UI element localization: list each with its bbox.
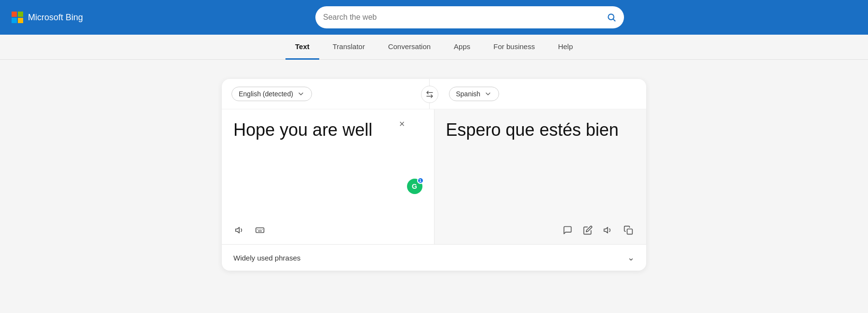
nav-item-translator[interactable]: Translator: [323, 35, 375, 60]
keyboard-input-button[interactable]: [252, 222, 268, 238]
chevron-down-icon: [297, 90, 305, 98]
listen-input-button[interactable]: [231, 222, 248, 238]
grammarly-notification: 1: [417, 177, 424, 184]
logo-text: Microsoft Bing: [28, 13, 83, 23]
source-lang-label: English (detected): [239, 90, 293, 98]
nav-item-for-business[interactable]: For business: [484, 35, 544, 60]
chevron-down-icon: [484, 90, 492, 98]
svg-rect-3: [256, 228, 264, 233]
lang-selector-bar: English (detected) Spanish: [222, 79, 646, 109]
edit-icon: [583, 225, 593, 235]
chat-icon: [563, 225, 572, 235]
phrases-chevron-icon: ⌄: [627, 252, 635, 263]
speaker-output-icon: [603, 225, 613, 235]
header: Microsoft Bing: [0, 0, 868, 35]
keyboard-icon: [255, 225, 265, 235]
output-panel: Espero que estés bien: [434, 109, 647, 244]
nav-item-text[interactable]: Text: [285, 35, 319, 60]
search-input[interactable]: [323, 13, 603, 22]
target-lang-dropdown[interactable]: Spanish: [449, 87, 500, 101]
microsoft-logo-icon: [12, 12, 23, 23]
edit-translation-button[interactable]: [580, 222, 596, 238]
swap-languages-button[interactable]: [421, 86, 438, 103]
input-text: Hope you are well: [233, 119, 422, 142]
target-lang-selector: Spanish: [430, 79, 647, 109]
nav-item-help[interactable]: Help: [548, 35, 583, 60]
nav-item-apps[interactable]: Apps: [444, 35, 480, 60]
search-button[interactable]: [607, 13, 616, 22]
speaker-icon: [235, 225, 244, 235]
widely-used-phrases-bar[interactable]: Widely used phrases ⌄: [222, 244, 646, 271]
nav-item-conversation[interactable]: Conversation: [379, 35, 440, 60]
phrases-label: Widely used phrases: [233, 254, 300, 262]
feedback-button[interactable]: [559, 222, 576, 238]
source-lang-dropdown[interactable]: English (detected): [231, 87, 312, 101]
output-text-area: Espero que estés bien: [434, 109, 647, 218]
svg-marker-4: [604, 227, 608, 233]
search-icon: [607, 13, 616, 22]
svg-line-1: [613, 19, 615, 21]
grammarly-badge[interactable]: G 1: [407, 179, 422, 194]
svg-marker-2: [236, 227, 240, 233]
copy-button[interactable]: [620, 222, 637, 238]
listen-output-button[interactable]: [600, 222, 616, 238]
clear-input-button[interactable]: ×: [399, 119, 405, 129]
search-bar-container: [83, 6, 856, 28]
target-lang-label: Spanish: [456, 90, 481, 98]
source-lang-selector: English (detected): [222, 79, 430, 109]
svg-rect-5: [627, 229, 633, 235]
translator-card: English (detected) Spanish: [222, 79, 646, 271]
input-panel: Hope you are well × G 1: [222, 109, 434, 244]
logo[interactable]: Microsoft Bing: [12, 12, 83, 23]
search-bar: [315, 6, 624, 28]
input-text-area[interactable]: Hope you are well × G 1: [222, 109, 434, 218]
swap-icon: [425, 90, 434, 99]
input-panel-actions: [222, 218, 434, 244]
main-content: English (detected) Spanish: [0, 60, 868, 313]
copy-icon: [624, 225, 633, 235]
nav-bar: Text Translator Conversation Apps For bu…: [0, 35, 868, 60]
output-panel-actions: [434, 218, 647, 244]
translation-panels: Hope you are well × G 1: [222, 109, 646, 244]
output-text: Espero que estés bien: [446, 119, 635, 142]
